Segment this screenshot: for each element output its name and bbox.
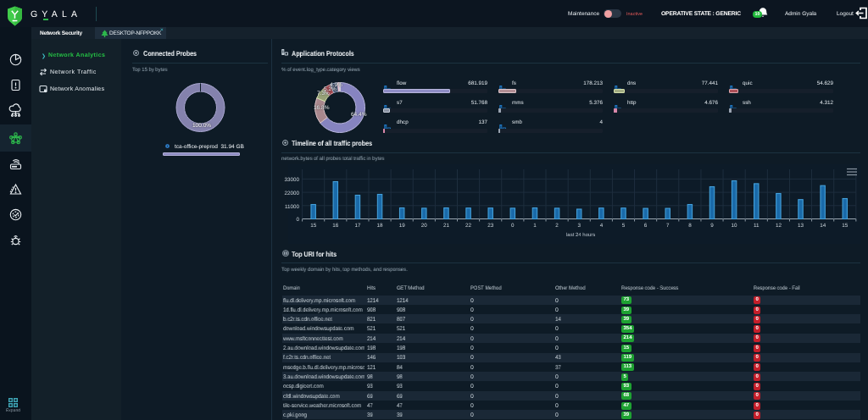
svg-text:10: 10 [732,223,738,229]
svg-text:7: 7 [666,223,670,229]
svg-text:20: 20 [421,223,428,229]
svg-text:22: 22 [465,223,472,229]
svg-text:2: 2 [555,223,559,229]
svg-text:16: 16 [332,223,339,229]
svg-text:6: 6 [644,223,648,229]
svg-text:0: 0 [296,217,299,223]
svg-text:8: 8 [688,223,692,229]
svg-text:9: 9 [710,223,714,229]
svg-text:13: 13 [798,223,804,229]
svg-text:14: 14 [820,223,826,229]
svg-text:5: 5 [622,223,626,229]
svg-text:15: 15 [310,223,317,229]
svg-text:4: 4 [600,223,604,229]
svg-text:3: 3 [577,223,581,229]
svg-text:15: 15 [842,223,849,229]
svg-text:21: 21 [443,223,450,229]
svg-text:22000: 22000 [284,191,299,196]
svg-text:11000: 11000 [285,204,300,210]
svg-text:12: 12 [776,223,782,229]
svg-text:23: 23 [487,223,494,229]
svg-text:33000: 33000 [284,177,299,183]
svg-text:19: 19 [399,223,406,229]
svg-text:18: 18 [377,223,384,229]
svg-text:0: 0 [511,223,515,229]
svg-text:1: 1 [533,223,537,229]
svg-text:17: 17 [354,223,361,229]
svg-text:11: 11 [754,223,760,229]
